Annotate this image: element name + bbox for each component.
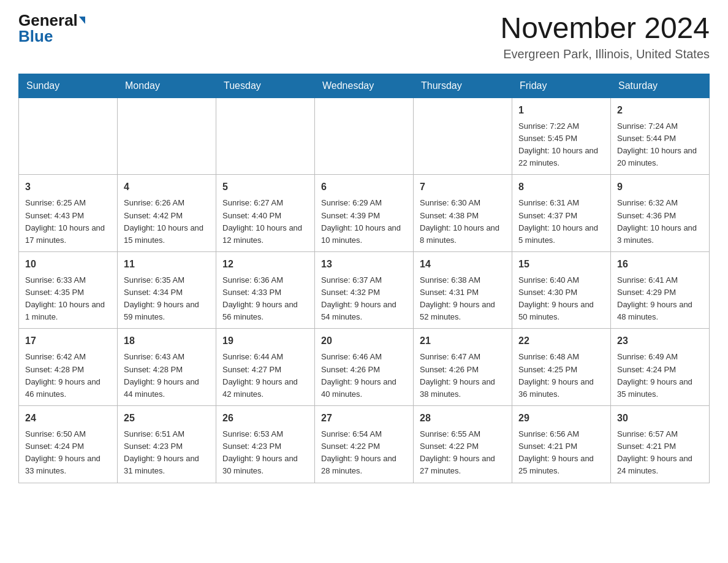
day-info: Sunrise: 6:51 AM Sunset: 4:23 PM Dayligh… xyxy=(124,428,210,478)
day-number: 25 xyxy=(124,411,210,426)
calendar-cell: 17Sunrise: 6:42 AM Sunset: 4:28 PM Dayli… xyxy=(19,329,118,406)
calendar-week-row: 3Sunrise: 6:25 AM Sunset: 4:43 PM Daylig… xyxy=(19,175,710,252)
calendar-header-monday: Monday xyxy=(118,74,216,98)
day-number: 21 xyxy=(420,334,506,348)
calendar-cell: 13Sunrise: 6:37 AM Sunset: 4:32 PM Dayli… xyxy=(315,251,414,329)
calendar-cell: 12Sunrise: 6:36 AM Sunset: 4:33 PM Dayli… xyxy=(216,251,315,329)
day-number: 18 xyxy=(124,334,210,348)
calendar-header-saturday: Saturday xyxy=(611,74,710,98)
day-info: Sunrise: 6:47 AM Sunset: 4:26 PM Dayligh… xyxy=(420,351,506,400)
logo-blue-text: Blue xyxy=(18,28,53,44)
calendar-cell xyxy=(19,98,118,175)
calendar-cell: 7Sunrise: 6:30 AM Sunset: 4:38 PM Daylig… xyxy=(414,175,512,252)
day-number: 11 xyxy=(124,257,210,272)
logo-triangle-icon xyxy=(79,17,85,24)
day-number: 28 xyxy=(420,411,506,426)
day-number: 27 xyxy=(321,411,407,426)
page-header: General Blue November 2024 Evergreen Par… xyxy=(18,12,710,61)
day-info: Sunrise: 6:57 AM Sunset: 4:21 PM Dayligh… xyxy=(617,428,703,478)
day-info: Sunrise: 6:49 AM Sunset: 4:24 PM Dayligh… xyxy=(617,351,703,400)
day-info: Sunrise: 6:30 AM Sunset: 4:38 PM Dayligh… xyxy=(420,197,506,247)
calendar-cell: 8Sunrise: 6:31 AM Sunset: 4:37 PM Daylig… xyxy=(512,175,611,252)
day-number: 4 xyxy=(124,180,210,194)
day-info: Sunrise: 6:36 AM Sunset: 4:33 PM Dayligh… xyxy=(222,274,308,324)
day-number: 22 xyxy=(518,334,604,348)
calendar-header-wednesday: Wednesday xyxy=(315,74,414,98)
day-number: 29 xyxy=(518,411,604,426)
calendar-cell: 5Sunrise: 6:27 AM Sunset: 4:40 PM Daylig… xyxy=(216,175,315,252)
day-info: Sunrise: 6:25 AM Sunset: 4:43 PM Dayligh… xyxy=(25,197,111,247)
day-number: 20 xyxy=(321,334,407,348)
calendar-cell: 18Sunrise: 6:43 AM Sunset: 4:28 PM Dayli… xyxy=(118,329,216,406)
day-info: Sunrise: 6:46 AM Sunset: 4:26 PM Dayligh… xyxy=(321,351,407,400)
calendar-cell: 15Sunrise: 6:40 AM Sunset: 4:30 PM Dayli… xyxy=(512,251,611,329)
day-info: Sunrise: 6:50 AM Sunset: 4:24 PM Dayligh… xyxy=(25,428,111,478)
day-number: 17 xyxy=(25,334,111,348)
day-info: Sunrise: 6:54 AM Sunset: 4:22 PM Dayligh… xyxy=(321,428,407,478)
day-info: Sunrise: 6:41 AM Sunset: 4:29 PM Dayligh… xyxy=(617,274,703,324)
calendar-cell xyxy=(414,98,512,175)
day-info: Sunrise: 7:22 AM Sunset: 5:45 PM Dayligh… xyxy=(518,120,604,170)
day-info: Sunrise: 6:56 AM Sunset: 4:21 PM Dayligh… xyxy=(518,428,604,478)
day-number: 3 xyxy=(25,180,111,194)
month-title: November 2024 xyxy=(500,12,710,45)
day-info: Sunrise: 6:37 AM Sunset: 4:32 PM Dayligh… xyxy=(321,274,407,324)
day-number: 30 xyxy=(617,411,703,426)
day-info: Sunrise: 6:44 AM Sunset: 4:27 PM Dayligh… xyxy=(222,351,308,400)
calendar-header-friday: Friday xyxy=(512,74,611,98)
calendar-cell: 28Sunrise: 6:55 AM Sunset: 4:22 PM Dayli… xyxy=(414,406,512,483)
calendar-cell: 19Sunrise: 6:44 AM Sunset: 4:27 PM Dayli… xyxy=(216,329,315,406)
calendar-header-sunday: Sunday xyxy=(19,74,118,98)
calendar-cell: 6Sunrise: 6:29 AM Sunset: 4:39 PM Daylig… xyxy=(315,175,414,252)
day-info: Sunrise: 6:33 AM Sunset: 4:35 PM Dayligh… xyxy=(25,274,111,324)
day-number: 2 xyxy=(617,103,703,118)
day-number: 1 xyxy=(518,103,604,118)
calendar-week-row: 24Sunrise: 6:50 AM Sunset: 4:24 PM Dayli… xyxy=(19,406,710,483)
day-info: Sunrise: 6:48 AM Sunset: 4:25 PM Dayligh… xyxy=(518,351,604,400)
calendar-cell: 10Sunrise: 6:33 AM Sunset: 4:35 PM Dayli… xyxy=(19,251,118,329)
day-info: Sunrise: 6:38 AM Sunset: 4:31 PM Dayligh… xyxy=(420,274,506,324)
calendar-cell xyxy=(315,98,414,175)
day-info: Sunrise: 6:55 AM Sunset: 4:22 PM Dayligh… xyxy=(420,428,506,478)
calendar-cell xyxy=(118,98,216,175)
calendar-cell: 30Sunrise: 6:57 AM Sunset: 4:21 PM Dayli… xyxy=(611,406,710,483)
day-number: 10 xyxy=(25,257,111,272)
calendar-cell: 21Sunrise: 6:47 AM Sunset: 4:26 PM Dayli… xyxy=(414,329,512,406)
calendar-cell: 20Sunrise: 6:46 AM Sunset: 4:26 PM Dayli… xyxy=(315,329,414,406)
day-number: 14 xyxy=(420,257,506,272)
day-info: Sunrise: 6:35 AM Sunset: 4:34 PM Dayligh… xyxy=(124,274,210,324)
calendar-cell: 16Sunrise: 6:41 AM Sunset: 4:29 PM Dayli… xyxy=(611,251,710,329)
calendar-cell: 29Sunrise: 6:56 AM Sunset: 4:21 PM Dayli… xyxy=(512,406,611,483)
day-number: 16 xyxy=(617,257,703,272)
logo: General Blue xyxy=(18,12,85,44)
calendar-cell: 11Sunrise: 6:35 AM Sunset: 4:34 PM Dayli… xyxy=(118,251,216,329)
calendar-cell: 23Sunrise: 6:49 AM Sunset: 4:24 PM Dayli… xyxy=(611,329,710,406)
calendar-week-row: 10Sunrise: 6:33 AM Sunset: 4:35 PM Dayli… xyxy=(19,251,710,329)
calendar-cell: 1Sunrise: 7:22 AM Sunset: 5:45 PM Daylig… xyxy=(512,98,611,175)
calendar-header-tuesday: Tuesday xyxy=(216,74,315,98)
logo-general-text: General xyxy=(18,12,78,28)
day-info: Sunrise: 6:43 AM Sunset: 4:28 PM Dayligh… xyxy=(124,351,210,400)
day-number: 8 xyxy=(518,180,604,194)
day-number: 15 xyxy=(518,257,604,272)
day-number: 23 xyxy=(617,334,703,348)
calendar-cell: 27Sunrise: 6:54 AM Sunset: 4:22 PM Dayli… xyxy=(315,406,414,483)
day-number: 12 xyxy=(222,257,308,272)
day-info: Sunrise: 6:53 AM Sunset: 4:23 PM Dayligh… xyxy=(222,428,308,478)
day-info: Sunrise: 6:29 AM Sunset: 4:39 PM Dayligh… xyxy=(321,197,407,247)
calendar-cell: 22Sunrise: 6:48 AM Sunset: 4:25 PM Dayli… xyxy=(512,329,611,406)
day-info: Sunrise: 6:42 AM Sunset: 4:28 PM Dayligh… xyxy=(25,351,111,400)
day-number: 19 xyxy=(222,334,308,348)
calendar-cell: 14Sunrise: 6:38 AM Sunset: 4:31 PM Dayli… xyxy=(414,251,512,329)
day-number: 26 xyxy=(222,411,308,426)
title-block: November 2024 Evergreen Park, Illinois, … xyxy=(500,12,710,61)
day-number: 13 xyxy=(321,257,407,272)
location-text: Evergreen Park, Illinois, United States xyxy=(500,47,710,61)
calendar-table: SundayMondayTuesdayWednesdayThursdayFrid… xyxy=(18,74,710,483)
day-info: Sunrise: 6:32 AM Sunset: 4:36 PM Dayligh… xyxy=(617,197,703,247)
calendar-cell: 4Sunrise: 6:26 AM Sunset: 4:42 PM Daylig… xyxy=(118,175,216,252)
calendar-week-row: 17Sunrise: 6:42 AM Sunset: 4:28 PM Dayli… xyxy=(19,329,710,406)
calendar-week-row: 1Sunrise: 7:22 AM Sunset: 5:45 PM Daylig… xyxy=(19,98,710,175)
calendar-cell: 9Sunrise: 6:32 AM Sunset: 4:36 PM Daylig… xyxy=(611,175,710,252)
day-info: Sunrise: 6:27 AM Sunset: 4:40 PM Dayligh… xyxy=(222,197,308,247)
